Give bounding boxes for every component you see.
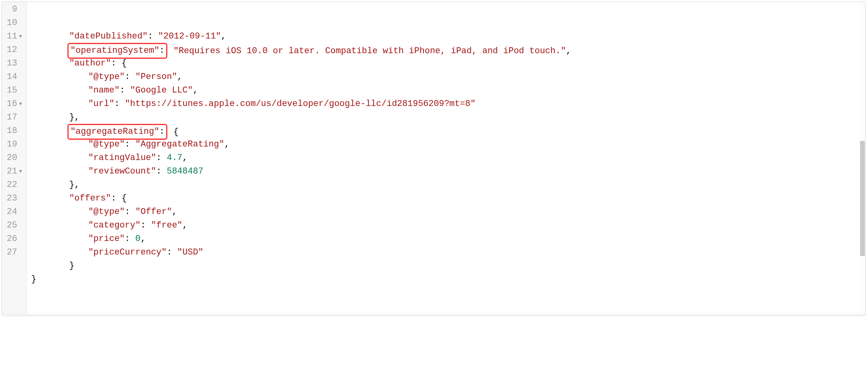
code-editor-frame: 91011▼1213141516▼1718192021▼222324252627… (2, 2, 866, 316)
punct-token: , (182, 153, 188, 163)
string-token: "AggregateRating" (135, 139, 224, 149)
code-line[interactable]: "operatingSystem": "Requires iOS 10.0 or… (31, 43, 861, 57)
code-line[interactable]: "ratingValue": 4.7, (31, 151, 861, 165)
line-number: 18 (2, 124, 27, 138)
line-number: 12 (2, 43, 27, 57)
fold-toggle-icon[interactable]: ▼ (18, 165, 22, 178)
code-content[interactable]: "datePublished": "2012-09-11","operating… (27, 2, 865, 314)
code-line[interactable]: "offers": { (31, 192, 861, 205)
code-line[interactable]: "name": "Google LLC", (31, 84, 861, 97)
code-line[interactable]: } (31, 273, 861, 286)
code-line[interactable]: "aggregateRating": { (31, 124, 861, 138)
string-token: "Offer" (135, 207, 172, 217)
punct-token: : { (111, 193, 127, 203)
code-line[interactable]: "@type": "Person", (31, 70, 861, 84)
punct-token: : (125, 72, 135, 82)
punct-token: : (114, 99, 125, 109)
line-number: 20 (2, 151, 27, 165)
line-number: 27 (2, 246, 27, 259)
line-number: 24 (2, 205, 27, 219)
string-token: "author" (69, 58, 111, 68)
punct-token: } (31, 274, 36, 284)
number-token: 4.7 (167, 153, 182, 163)
punct-token: : (159, 127, 165, 137)
line-number: 23 (2, 192, 27, 205)
punct-token: : (148, 31, 158, 41)
fold-toggle-icon[interactable]: ▼ (18, 97, 22, 111)
punct-token: { (168, 127, 178, 137)
code-line[interactable]: } (31, 259, 861, 273)
string-token: "https://itunes.apple.com/us/developer/g… (125, 99, 476, 109)
line-number: 26 (2, 232, 27, 246)
punct-token: : (125, 139, 135, 149)
code-line[interactable]: "author": { (31, 57, 861, 70)
punct-token: , (182, 220, 188, 230)
fold-toggle-icon[interactable]: ▼ (18, 30, 22, 43)
number-token: 5848487 (167, 166, 203, 176)
punct-token: , (140, 234, 146, 244)
punct-token: : { (111, 58, 127, 68)
string-token: "ratingValue" (88, 153, 156, 163)
code-editor: 91011▼1213141516▼1718192021▼222324252627… (2, 2, 865, 314)
punct-token: : (156, 166, 167, 176)
number-token: 0 (135, 234, 140, 244)
string-token: "aggregateRating" (70, 127, 159, 137)
punct-token: , (172, 207, 177, 217)
vertical-scrollbar-track[interactable] (860, 2, 865, 314)
code-line[interactable]: "price": 0, (31, 232, 861, 246)
string-token: "priceCurrency" (88, 247, 167, 257)
punct-token: , (566, 46, 571, 56)
line-number: 13 (2, 57, 27, 70)
code-line[interactable]: "reviewCount": 5848487 (31, 165, 861, 178)
punct-token: , (224, 139, 230, 149)
string-token: "USD" (177, 247, 203, 257)
punct-token (168, 46, 173, 56)
punct-token: , (177, 72, 182, 82)
line-number: 14 (2, 70, 27, 84)
line-number: 9 (2, 3, 27, 16)
highlight-box: "aggregateRating": (67, 124, 167, 140)
string-token: "url" (88, 99, 114, 109)
punct-token: : (156, 153, 167, 163)
line-number: 16▼ (2, 97, 27, 111)
punct-token: : (140, 220, 151, 230)
code-line[interactable]: "@type": "Offer", (31, 205, 861, 219)
punct-token: }, (69, 112, 79, 122)
line-number: 11▼ (2, 30, 27, 43)
code-line[interactable]: "@type": "AggregateRating", (31, 138, 861, 151)
punct-token: }, (69, 180, 79, 190)
punct-token: : (159, 46, 165, 56)
code-line[interactable]: "category": "free", (31, 219, 861, 232)
string-token: "Requires iOS 10.0 or later. Compatible … (173, 46, 566, 56)
string-token: "2012-09-11" (158, 31, 221, 41)
highlight-box: "operatingSystem": (67, 43, 167, 59)
editor-footer (2, 314, 865, 316)
punct-token: : (167, 247, 177, 257)
string-token: "name" (88, 85, 119, 95)
line-number: 19 (2, 138, 27, 151)
string-token: "datePublished" (69, 31, 148, 41)
string-token: "@type" (88, 72, 125, 82)
line-number-gutter: 91011▼1213141516▼1718192021▼222324252627 (2, 2, 27, 314)
string-token: "Google LLC" (130, 85, 193, 95)
code-line[interactable]: "priceCurrency": "USD" (31, 246, 861, 259)
line-number: 17 (2, 111, 27, 124)
punct-token: : (125, 234, 135, 244)
code-line[interactable]: "datePublished": "2012-09-11", (31, 30, 861, 43)
code-line[interactable]: }, (31, 111, 861, 124)
line-number: 10 (2, 16, 27, 30)
string-token: "free" (151, 220, 182, 230)
code-line[interactable]: "url": "https://itunes.apple.com/us/deve… (31, 97, 861, 111)
string-token: "@type" (88, 207, 125, 217)
code-line[interactable]: }, (31, 178, 861, 192)
punct-token: : (120, 85, 130, 95)
line-number: 21▼ (2, 165, 27, 178)
punct-token: } (69, 261, 74, 271)
string-token: "reviewCount" (88, 166, 156, 176)
line-number: 15 (2, 84, 27, 97)
string-token: "price" (88, 234, 125, 244)
string-token: "Person" (135, 72, 177, 82)
string-token: "operatingSystem" (70, 46, 159, 56)
vertical-scrollbar-thumb[interactable] (860, 141, 865, 256)
string-token: "category" (88, 220, 140, 230)
